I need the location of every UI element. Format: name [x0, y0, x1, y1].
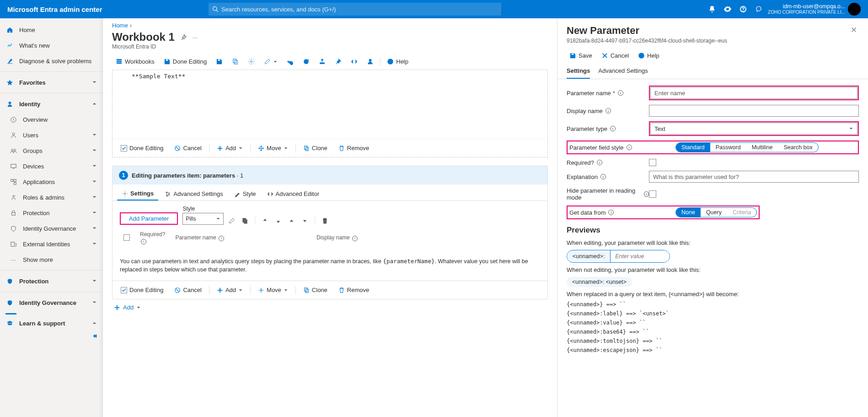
copy-icon[interactable] [228, 56, 242, 67]
share-icon[interactable] [315, 56, 329, 67]
up-icon[interactable] [262, 217, 268, 224]
pill-criteria: Criteria [727, 208, 756, 217]
tab-advanced-settings[interactable]: Advanced Settings [160, 187, 227, 200]
breadcrumb[interactable]: Home› [112, 22, 548, 29]
undo-icon[interactable] [283, 56, 297, 67]
done-editing-action[interactable]: Done Editing [116, 143, 168, 153]
nav-identity-governance[interactable]: Identity Governance [4, 221, 102, 236]
down-icon[interactable] [275, 217, 282, 224]
nav-external-identities[interactable]: External Identities [4, 236, 102, 252]
required-checkbox[interactable] [649, 159, 656, 166]
nav-diagnose[interactable]: Diagnose & solve problems [0, 53, 102, 69]
user-info[interactable]: idm-mb-user@ompqa.o... ZOHO CORPORATION … [768, 3, 845, 15]
tab-settings[interactable]: Settings [117, 187, 158, 200]
tab-style[interactable]: Style [230, 187, 261, 200]
move-action-2[interactable]: Move [253, 285, 293, 295]
code-icon[interactable] [347, 56, 361, 67]
panel-tab-settings[interactable]: Settings [567, 64, 590, 79]
pill-none[interactable]: None [676, 208, 701, 217]
edit-param-icon[interactable] [228, 217, 235, 224]
nav-protection[interactable]: Protection [4, 205, 102, 221]
pill-standard[interactable]: Standard [676, 143, 710, 152]
notifications-icon[interactable] [708, 5, 716, 13]
nav-applications[interactable]: Applications [4, 174, 102, 190]
cancel-action-2[interactable]: Cancel [170, 285, 206, 295]
display-name-input[interactable] [649, 105, 859, 117]
panel-help-button[interactable]: Help [634, 50, 663, 61]
cancel-action[interactable]: Cancel [170, 143, 206, 153]
nav-learn[interactable]: Learn & support [0, 315, 102, 331]
param-type-select[interactable]: Text [650, 123, 857, 135]
nav-roles[interactable]: Roles & admins [4, 190, 102, 205]
done-editing-button[interactable]: Done Editing [160, 56, 210, 67]
remove-action-2[interactable]: Remove [334, 285, 374, 295]
close-panel-button[interactable] [849, 25, 859, 36]
nav-groups[interactable]: Groups [4, 143, 102, 158]
style-select[interactable]: Pills [182, 213, 224, 225]
hide-checkbox[interactable] [649, 190, 656, 198]
more-icon[interactable]: ··· [193, 34, 198, 41]
panel-cancel-button[interactable]: Cancel [598, 50, 632, 61]
help-icon[interactable] [739, 5, 747, 13]
nav-show-more[interactable]: ···Show more [4, 252, 102, 267]
tab-advanced-editor[interactable]: Advanced Editor [263, 187, 324, 200]
preview-line-0: {<unnamed>} ==> `` [567, 301, 859, 308]
svg-point-22 [169, 193, 170, 195]
feedback-icon[interactable] [755, 5, 762, 13]
global-search[interactable] [209, 3, 501, 16]
nav-home[interactable]: Home [0, 22, 102, 38]
move-action[interactable]: Move [253, 143, 293, 153]
copy-param-icon[interactable] [241, 217, 248, 224]
step-badge: 1 [119, 171, 128, 180]
label-explanation: Explanation i [567, 173, 649, 180]
remove-action[interactable]: Remove [334, 143, 374, 153]
add-step-link[interactable]: Add [112, 299, 548, 315]
refresh-icon[interactable] [299, 56, 313, 67]
collapse-sidebar[interactable] [0, 331, 102, 341]
svg-point-21 [166, 192, 167, 193]
param-name-input[interactable] [650, 87, 857, 99]
done-editing-action-2[interactable]: Done Editing [116, 285, 168, 295]
nav-whatsnew[interactable]: What's new [0, 38, 102, 53]
add-action[interactable]: Add [212, 143, 247, 153]
nav-users[interactable]: Users [4, 127, 102, 143]
pill-multiline[interactable]: Multiline [746, 143, 778, 152]
nav-protection-2[interactable]: Protection [0, 273, 102, 289]
save-icon[interactable] [212, 56, 226, 67]
param-help-text: You can use parameters in text and analy… [113, 251, 547, 281]
top-icon[interactable] [288, 217, 295, 224]
bottom-icon[interactable] [301, 217, 308, 224]
panel-save-button[interactable]: Save [566, 50, 596, 61]
editor-textarea[interactable]: **Sample Text** [113, 70, 547, 139]
nav-overview[interactable]: Overview [4, 112, 102, 127]
settings-icon[interactable] [724, 5, 731, 13]
nav-devices[interactable]: Devices [4, 158, 102, 174]
pin-tb-icon[interactable] [331, 56, 345, 67]
pill-query[interactable]: Query [701, 208, 727, 217]
person-icon[interactable] [363, 56, 377, 67]
avatar[interactable] [848, 3, 861, 16]
pill-password[interactable]: Password [710, 143, 746, 152]
preview-value-input[interactable] [610, 250, 670, 262]
workbooks-button[interactable]: Workbooks [112, 56, 158, 67]
edit-icon[interactable] [260, 56, 281, 67]
preview-line-5: {<unnamed>:escapejson} ==> `` [567, 347, 859, 353]
select-all-checkbox[interactable] [123, 234, 130, 241]
nav-identity[interactable]: Identity [0, 96, 102, 112]
settings-gear-icon[interactable] [244, 56, 258, 67]
clone-action-2[interactable]: Clone [299, 285, 332, 295]
delete-param-icon[interactable] [321, 217, 328, 224]
label-hide: Hide parameter in reading mode i [567, 187, 649, 201]
search-input[interactable] [221, 6, 498, 13]
explanation-input[interactable] [649, 171, 859, 183]
svg-rect-10 [11, 212, 15, 215]
add-action-2[interactable]: Add [212, 285, 247, 295]
add-parameter-button[interactable]: Add Parameter [120, 212, 178, 225]
panel-tab-advanced[interactable]: Advanced Settings [598, 64, 648, 79]
help-button[interactable]: Help [383, 56, 412, 67]
pill-searchbox[interactable]: Search box [778, 143, 818, 152]
clone-action[interactable]: Clone [299, 143, 332, 153]
pin-icon[interactable] [180, 34, 187, 41]
nav-idgov-2[interactable]: Identity Governance [0, 295, 102, 310]
nav-favorites[interactable]: Favorites [0, 75, 102, 90]
